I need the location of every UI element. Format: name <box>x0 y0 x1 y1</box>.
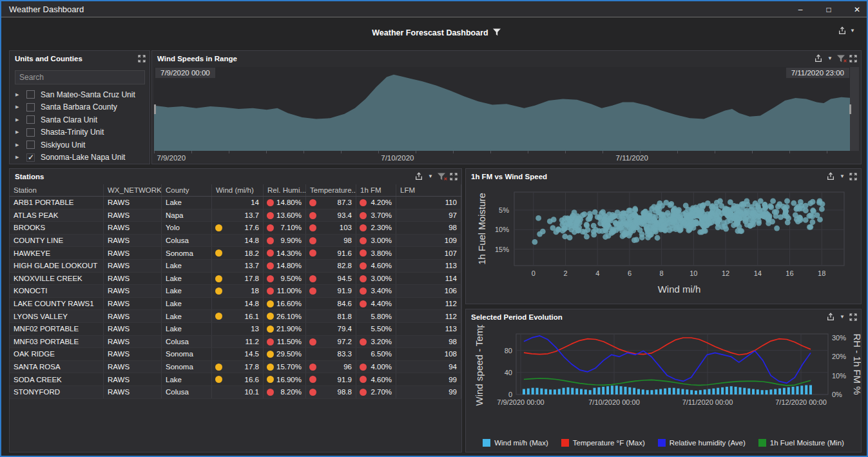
fuel-moisture-cell: 3.40% <box>356 285 396 297</box>
export-icon[interactable] <box>838 26 847 35</box>
checkbox[interactable] <box>26 115 35 124</box>
table-row[interactable]: KONOCTIRAWSLake1811.00%91.93.40%106 <box>10 285 461 298</box>
kpi-dot-yellow <box>267 364 274 371</box>
table-row[interactable]: SANTA ROSARAWSSonoma17.815.70%964.00%94 <box>10 361 461 374</box>
expander-icon[interactable]: ▶ <box>15 117 22 122</box>
temperature-cell: 93.4 <box>306 209 356 222</box>
checkbox[interactable] <box>26 103 35 112</box>
column-header-station[interactable]: Station <box>10 184 104 196</box>
table-row[interactable]: SODA CREEKRAWSLake16.616.90%91.94.60%99 <box>10 373 461 386</box>
maximize-button[interactable]: □ <box>823 5 834 14</box>
x-axis-tick-label: 7/11/2020 <box>616 154 648 162</box>
maximize-panel-icon[interactable] <box>849 55 857 63</box>
filter-icon[interactable] <box>493 28 501 38</box>
maximize-panel-icon[interactable] <box>849 173 857 180</box>
column-header-wind-mi-h-[interactable]: Wind (mi/h) <box>212 184 264 196</box>
table-row[interactable]: MNF03 PORTABLERAWSColusa11.211.50%97.23.… <box>10 336 461 349</box>
checkbox[interactable] <box>26 153 35 162</box>
minimize-button[interactable]: – <box>795 5 806 14</box>
column-header-lfm[interactable]: LFM <box>396 184 461 196</box>
export-dropdown-caret[interactable]: ▼ <box>840 315 845 320</box>
expander-icon[interactable]: ▶ <box>15 92 22 97</box>
maximize-panel-icon[interactable] <box>450 173 458 180</box>
table-row[interactable]: MNF02 PORTABLERAWSLake1321.90%79.45.50%1… <box>10 323 461 336</box>
svg-text:10: 10 <box>690 269 697 277</box>
close-button[interactable]: ✕ <box>851 5 863 14</box>
svg-text:4: 4 <box>595 269 599 277</box>
table-row[interactable]: LAKE COUNTY RAWS1RAWSLake14.816.60%84.64… <box>10 298 461 311</box>
export-icon[interactable] <box>826 313 835 322</box>
units-panel-title: Units and Counties <box>10 55 82 63</box>
maximize-panel-icon[interactable] <box>849 313 857 321</box>
column-header-1h-fm[interactable]: 1h FM <box>356 184 396 196</box>
export-icon[interactable] <box>826 172 835 181</box>
table-row[interactable]: ARB1 PORTABLERAWSLake1414.80%87.34.20%11… <box>10 197 461 209</box>
svg-text:Wind mi/h: Wind mi/h <box>658 284 701 295</box>
network-cell: RAWS <box>104 386 162 398</box>
legend-item[interactable]: Wind mi/h (Max) <box>483 439 548 447</box>
table-row[interactable]: HIGH GLADE LOOKOUTRAWSLake13.714.80%82.8… <box>10 260 461 273</box>
network-cell: RAWS <box>104 285 162 297</box>
temperature-cell: 79.4 <box>306 323 356 335</box>
export-dropdown-caret[interactable]: ▼ <box>840 174 845 179</box>
tree-item-shasta-trinity-unit[interactable]: ▶Shasta-Trinity Unit <box>10 126 149 139</box>
lfm-cell: 108 <box>396 348 461 360</box>
column-header-wx-network[interactable]: WX_NETWORK <box>104 184 162 196</box>
stations-table-body: ARB1 PORTABLERAWSLake1414.80%87.34.20%11… <box>10 197 461 399</box>
column-header-temperature-[interactable]: Temperature... <box>306 184 356 196</box>
maximize-panel-icon[interactable] <box>138 55 146 63</box>
kpi-dot-red <box>309 237 316 244</box>
table-row[interactable]: OAK RIDGERAWSSonoma14.529.50%83.36.50%10… <box>10 348 461 361</box>
wind-cell: 18.2 <box>212 247 264 259</box>
table-row[interactable]: HAWKEYERAWSSonoma18.214.30%91.63.80%107 <box>10 247 461 260</box>
tree-item-siskiyou-unit[interactable]: ▶Siskiyou Unit <box>10 139 149 151</box>
clear-filter-icon[interactable]: ✕ <box>837 55 845 63</box>
export-icon[interactable] <box>414 172 423 181</box>
tree-item-sonoma-lake-napa-unit[interactable]: ▶Sonoma-Lake Napa Unit <box>10 151 149 164</box>
tree-item-label: Siskiyou Unit <box>41 141 85 150</box>
clear-filter-icon[interactable]: ✕ <box>438 173 445 180</box>
column-header-rel-humi-[interactable]: Rel. Humi... <box>264 184 306 196</box>
export-dropdown-caret[interactable]: ▼ <box>428 174 433 179</box>
kpi-dot-red <box>360 287 367 295</box>
county-cell: Lake <box>162 323 212 335</box>
legend-swatch <box>561 439 569 447</box>
search-input[interactable] <box>15 70 145 84</box>
range-right-handle[interactable] <box>849 104 851 114</box>
checkbox[interactable] <box>26 128 35 137</box>
tree-item-santa-clara-unit[interactable]: ▶Santa Clara Unit <box>10 113 149 126</box>
export-icon[interactable] <box>814 54 823 63</box>
checkbox[interactable] <box>26 141 35 149</box>
tree-item-label: San Mateo-Santa Cruz Unit <box>41 90 135 99</box>
export-dropdown-caret[interactable]: ▼ <box>850 28 855 34</box>
svg-text:14: 14 <box>754 269 762 277</box>
legend-item[interactable]: 1h Fuel Moisture (Min) <box>758 439 844 447</box>
temperature-cell: 91.9 <box>306 373 356 385</box>
table-row[interactable]: KNOXVILLE CREEKRAWSLake17.89.50%94.53.00… <box>10 273 461 286</box>
network-cell: RAWS <box>104 235 162 247</box>
units-and-counties-panel: Units and Counties ▶San Mateo-Santa Cruz… <box>9 50 150 164</box>
expander-icon[interactable]: ▶ <box>15 155 22 160</box>
legend-item[interactable]: Temperature °F (Max) <box>561 439 645 447</box>
table-row[interactable]: STONYFORDRAWSColusa10.18.20%98.82.70%99 <box>10 386 461 399</box>
legend-item[interactable]: Relative humidity (Ave) <box>658 439 746 447</box>
network-cell: RAWS <box>104 247 162 259</box>
tree-item-santa-barbara-county[interactable]: ▶Santa Barbara County <box>10 101 149 114</box>
county-cell: Colusa <box>162 235 212 247</box>
expander-icon[interactable]: ▶ <box>15 130 22 135</box>
expander-icon[interactable]: ▶ <box>15 142 22 148</box>
checkbox[interactable] <box>26 90 35 99</box>
table-row[interactable]: BROOKSRAWSYolo17.67.10%1032.30%98 <box>10 222 461 235</box>
export-dropdown-caret[interactable]: ▼ <box>827 56 833 61</box>
column-header-county[interactable]: County <box>162 184 212 196</box>
tree-item-san-mateo-santa-cruz-unit[interactable]: ▶San Mateo-Santa Cruz Unit <box>10 88 149 101</box>
wind-range-chart[interactable]: 7/9/2020 00:00 7/11/2020 23:00 <box>154 67 859 151</box>
table-row[interactable]: COUNTY LINERAWSColusa14.89.90%983.00%109 <box>10 235 461 248</box>
range-left-handle[interactable] <box>154 104 156 114</box>
expander-icon[interactable]: ▶ <box>15 104 22 110</box>
stations-panel: Stations ▼ ✕ StationWX_NETWORKCountyWind… <box>9 168 462 452</box>
station-cell: KONOCTI <box>10 285 104 297</box>
county-cell: Yolo <box>162 222 212 234</box>
table-row[interactable]: LYONS VALLEYRAWSLake16.126.10%81.85.80%1… <box>10 310 461 323</box>
table-row[interactable]: ATLAS PEAKRAWSNapa13.713.60%93.43.70%97 <box>10 209 461 222</box>
